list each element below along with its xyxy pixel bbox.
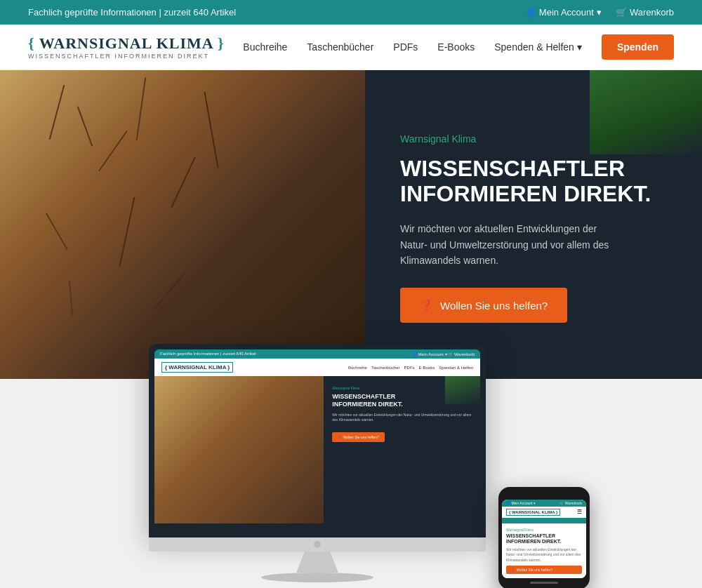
top-bar: Fachlich geprüfte Informationen | zurzei… [0,0,702,25]
monitor-mini-topbar: Fachlich geprüfte Informationen | zurzei… [154,349,480,359]
spenden-button[interactable]: Spenden [602,34,674,60]
phone-notch [530,493,558,497]
monitor-camera [314,541,321,548]
nav-taschenbucher[interactable]: Taschenbücher [307,41,373,53]
phone-mockup: 👤 Mein Account ▾ 🛒 Warenkorb { WARNSIGNA… [498,487,590,588]
phone-menu-icon: ☰ [577,509,582,515]
mockup-section: Fachlich geprüfte Informationen | zurzei… [0,379,702,588]
nav-buchreihe[interactable]: Buchreihe [243,41,287,53]
spenden-chevron-icon: ▾ [577,41,582,53]
phone-mini-hero-bg [502,518,586,523]
logo-bracket-right: } [218,34,225,52]
logo-bracket-left: { [28,34,39,52]
monitor-stand-neck [296,552,338,573]
logo[interactable]: { WARNSIGNAL KLIMA } WISSENSCHAFTLER INF… [28,34,225,60]
hero-label: Warnsignal Klima [400,133,674,145]
nav-spenden-helfen[interactable]: Spenden & Helfen ▾ [494,41,582,53]
nav-ebooks[interactable]: E-Books [437,41,475,53]
monitor-mini-header: { WARNSIGNAL KLIMA } Buchreihe Taschenbü… [154,359,480,376]
monitor-screen: Fachlich geprüfte Informationen | zurzei… [154,349,480,532]
phone-outer: 👤 Mein Account ▾ 🛒 Warenkorb { WARNSIGNA… [498,487,590,588]
hero-description: Wir möchten vor aktuellen Entwicklungen … [400,221,611,268]
user-icon: 👤 [525,7,536,18]
logo-text: { WARNSIGNAL KLIMA } [28,34,225,53]
monitor-mini-hero: Warnsignal Klima WISSENSCHAFTLERINFORMIE… [154,376,480,523]
hero-section: Warnsignal Klima WISSENSCHAFTLERINFORMIE… [0,70,702,379]
header: { WARNSIGNAL KLIMA } WISSENSCHAFTLER INF… [0,25,702,70]
monitor-bezel [149,537,486,552]
hero-cta-button[interactable]: ❓ Wollen Sie uns helfen? [400,288,567,323]
top-bar-right: 👤 Mein Account ▾ 🛒 Warenkorb [525,7,674,18]
top-bar-info: Fachlich geprüfte Informationen | zurzei… [28,7,236,18]
nav-pdfs[interactable]: PDFs [393,41,418,53]
phone-mini-header: { WARNSIGNAL KLIMA } ☰ [502,507,586,518]
account-chevron-icon: ▾ [597,7,602,18]
hero-image [0,70,365,379]
logo-subtitle: WISSENSCHAFTLER INFORMIEREN DIREKT [28,53,209,60]
monitor-stand-base [261,573,373,582]
phone-mini-topbar: 👤 Mein Account ▾ 🛒 Warenkorb [502,500,586,507]
hero-title: WISSENSCHAFTLERINFORMIEREN DIREKT. [400,156,674,208]
cart-link[interactable]: 🛒 Warenkorb [616,7,674,18]
hero-bg [0,70,365,379]
monitor-mockup: Fachlich geprüfte Informationen | zurzei… [149,344,486,582]
phone-home-indicator [530,582,558,584]
phone-mini-content: Warnsignal Klima WISSENSCHAFTLER INFORMI… [502,523,586,578]
question-icon: ❓ [420,299,433,312]
hero-content: Warnsignal Klima WISSENSCHAFTLERINFORMIE… [365,70,702,379]
cart-icon: 🛒 [616,7,627,18]
monitor-screen-wrapper: Fachlich geprüfte Informationen | zurzei… [149,344,486,537]
main-nav: Buchreihe Taschenbücher PDFs E-Books Spe… [243,34,674,60]
phone-screen: 👤 Mein Account ▾ 🛒 Warenkorb { WARNSIGNA… [502,500,586,578]
account-link[interactable]: 👤 Mein Account ▾ [525,7,602,18]
